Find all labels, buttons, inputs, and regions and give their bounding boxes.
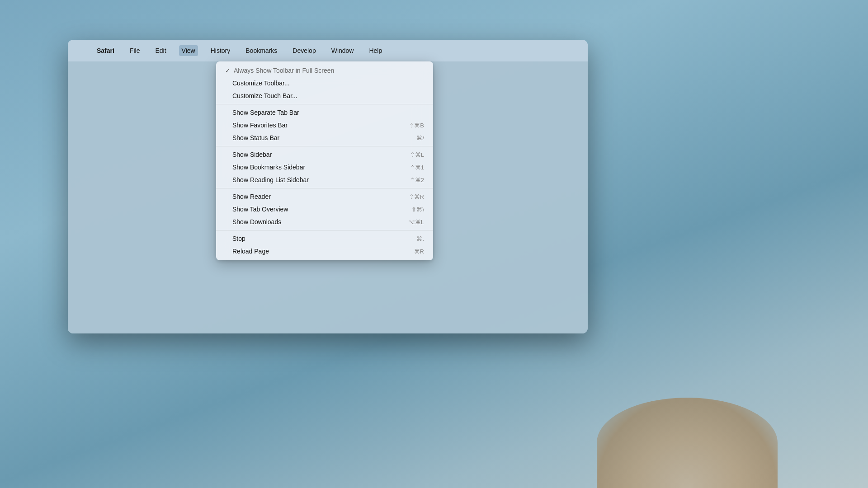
- menu-item-shortcut: ⇧⌘L: [410, 151, 424, 158]
- menu-item-label: Show Status Bar: [232, 134, 279, 141]
- menu-item-shortcut: ⌘/: [416, 135, 424, 141]
- menu-item-label: Always Show Toolbar in Full Screen: [234, 67, 334, 74]
- help-menu[interactable]: Help: [366, 45, 385, 56]
- menu-separator-2: [216, 146, 433, 146]
- menu-item-shortcut: ⌃⌘1: [410, 164, 424, 171]
- menu-item-customize-touch-bar[interactable]: Customize Touch Bar...: [216, 89, 433, 102]
- menu-item-label: Stop: [232, 235, 245, 242]
- menu-item-show-tab-overview[interactable]: Show Tab Overview ⇧⌘\: [216, 203, 433, 216]
- menu-item-reload-page[interactable]: Reload Page ⌘R: [216, 245, 433, 258]
- menu-item-show-sidebar[interactable]: Show Sidebar ⇧⌘L: [216, 148, 433, 161]
- menu-item-show-status-bar[interactable]: Show Status Bar ⌘/: [216, 131, 433, 144]
- menu-item-label: Show Reading List Sidebar: [232, 176, 309, 183]
- menu-item-shortcut: ⌥⌘L: [408, 219, 424, 225]
- menu-item-label: Customize Touch Bar...: [232, 92, 297, 99]
- menu-item-show-bookmarks-sidebar[interactable]: Show Bookmarks Sidebar ⌃⌘1: [216, 161, 433, 174]
- menu-item-label: Show Favorites Bar: [232, 122, 288, 129]
- menu-item-label: Show Separate Tab Bar: [232, 109, 299, 116]
- menu-item-shortcut: ⇧⌘\: [411, 206, 424, 213]
- browser-window: Safari File Edit View History Bookmarks …: [68, 40, 588, 333]
- menu-item-label: Show Sidebar: [232, 151, 272, 158]
- checkmark-icon: ✓: [225, 67, 230, 74]
- menu-item-shortcut: ⌘.: [416, 235, 424, 242]
- safari-menu[interactable]: Safari: [94, 45, 117, 56]
- menu-item-show-reading-list-sidebar[interactable]: Show Reading List Sidebar ⌃⌘2: [216, 174, 433, 186]
- menu-item-customize-toolbar[interactable]: Customize Toolbar...: [216, 77, 433, 89]
- menu-item-show-downloads[interactable]: Show Downloads ⌥⌘L: [216, 216, 433, 228]
- menu-separator-1: [216, 104, 433, 104]
- edit-menu[interactable]: Edit: [152, 45, 169, 56]
- menu-item-shortcut: ⇧⌘R: [409, 193, 424, 200]
- menu-item-label: Customize Toolbar...: [232, 80, 290, 87]
- file-menu[interactable]: File: [127, 45, 143, 56]
- window-menu[interactable]: Window: [329, 45, 357, 56]
- menu-item-always-show-toolbar[interactable]: ✓ Always Show Toolbar in Full Screen: [216, 64, 433, 77]
- menu-item-show-reader[interactable]: Show Reader ⇧⌘R: [216, 190, 433, 203]
- menu-item-shortcut: ⇧⌘B: [409, 122, 424, 129]
- apple-menu[interactable]: [77, 49, 82, 52]
- menu-item-label: Show Reader: [232, 193, 271, 200]
- menu-item-label: Show Bookmarks Sidebar: [232, 164, 305, 171]
- menu-item-stop[interactable]: Stop ⌘.: [216, 232, 433, 245]
- view-menu[interactable]: View: [179, 45, 198, 56]
- develop-menu[interactable]: Develop: [290, 45, 318, 56]
- menu-item-show-favorites-bar[interactable]: Show Favorites Bar ⇧⌘B: [216, 119, 433, 131]
- history-menu[interactable]: History: [208, 45, 233, 56]
- menu-item-label: Show Downloads: [232, 218, 281, 225]
- menu-item-label: Show Tab Overview: [232, 206, 288, 213]
- menu-bar: Safari File Edit View History Bookmarks …: [68, 40, 588, 61]
- bookmarks-menu[interactable]: Bookmarks: [243, 45, 280, 56]
- menu-item-shortcut: ⌃⌘2: [410, 177, 424, 183]
- menu-item-label: Reload Page: [232, 248, 269, 255]
- menu-separator-3: [216, 188, 433, 188]
- view-dropdown-menu: ✓ Always Show Toolbar in Full Screen Cus…: [216, 61, 433, 260]
- menu-item-shortcut: ⌘R: [414, 248, 424, 255]
- menu-item-show-separate-tab-bar[interactable]: Show Separate Tab Bar: [216, 106, 433, 119]
- menu-separator-4: [216, 230, 433, 230]
